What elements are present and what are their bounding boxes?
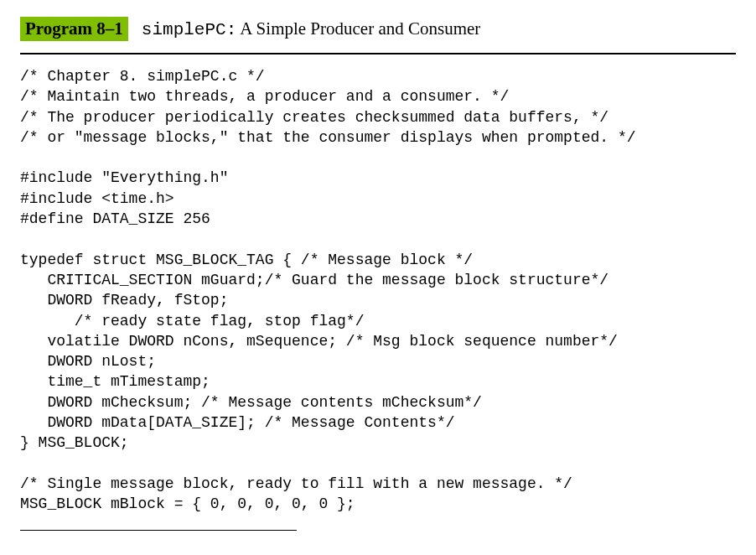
program-label: Program 8–1 bbox=[20, 17, 128, 41]
top-divider bbox=[20, 53, 736, 54]
bottom-divider bbox=[20, 530, 297, 531]
code-name: simplePC: bbox=[142, 20, 236, 39]
header-description: A Simple Producer and Consumer bbox=[236, 18, 480, 39]
listing-header: Program 8–1 simplePC: A Simple Producer … bbox=[20, 17, 736, 41]
header-title: simplePC: A Simple Producer and Consumer bbox=[128, 18, 480, 39]
code-block: /* Chapter 8. simplePC.c */ /* Maintain … bbox=[20, 66, 736, 515]
